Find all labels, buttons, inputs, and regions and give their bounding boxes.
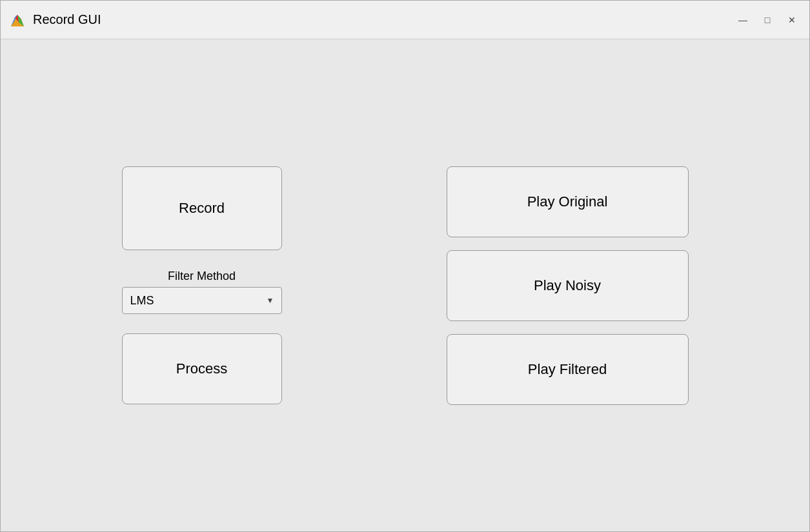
content-area: Record Filter Method LMS RLS Wiener ▼ Pr…: [1, 39, 809, 531]
maximize-button[interactable]: □: [758, 10, 777, 30]
play-noisy-button[interactable]: Play Noisy: [447, 250, 689, 321]
play-filtered-button[interactable]: Play Filtered: [447, 334, 689, 405]
filter-method-label: Filter Method: [122, 270, 282, 283]
record-button[interactable]: Record: [122, 166, 282, 250]
filter-select-wrapper: LMS RLS Wiener ▼: [122, 287, 282, 314]
filter-section: Filter Method LMS RLS Wiener ▼: [122, 270, 282, 314]
right-panel: Play Original Play Noisy Play Filtered: [447, 166, 689, 405]
window-title: Record GUI: [33, 12, 733, 27]
close-button[interactable]: ✕: [782, 10, 802, 30]
left-panel: Record Filter Method LMS RLS Wiener ▼ Pr…: [122, 166, 282, 404]
process-button[interactable]: Process: [122, 333, 282, 404]
minimize-button[interactable]: —: [733, 10, 753, 30]
play-original-button[interactable]: Play Original: [447, 166, 689, 237]
matlab-icon: [8, 11, 26, 29]
filter-method-select[interactable]: LMS RLS Wiener: [122, 287, 282, 314]
main-window: Record GUI — □ ✕ Record Filter Method LM…: [0, 0, 810, 532]
window-controls: — □ ✕: [733, 10, 802, 30]
titlebar: Record GUI — □ ✕: [1, 1, 809, 39]
